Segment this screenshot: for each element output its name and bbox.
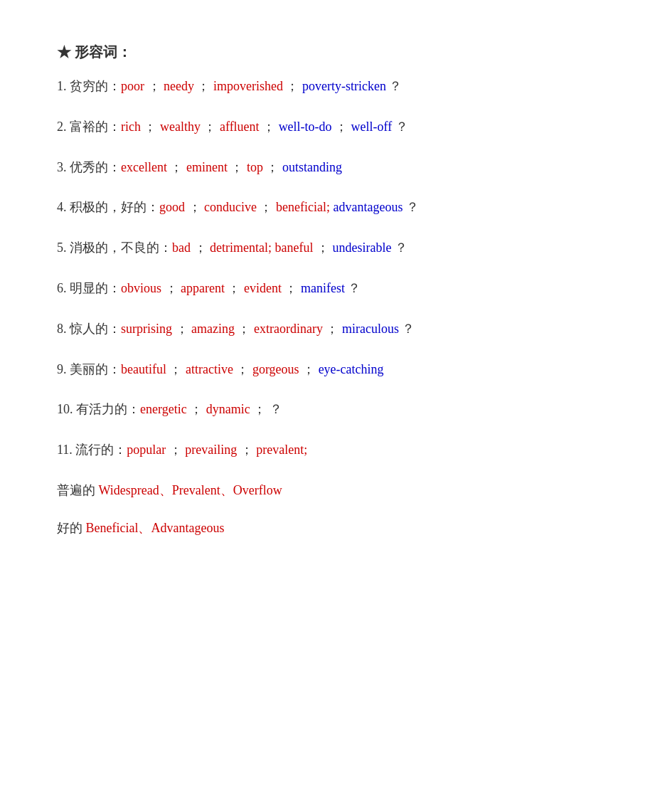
vocabulary-entry: 2. 富裕的：rich ； wealthy ； affluent ； well-…: [57, 117, 615, 137]
entry-num: 10.: [57, 402, 76, 416]
entry-word: apparent: [181, 281, 228, 295]
entry-word: detrimental;: [210, 240, 274, 255]
entry-word: manifest: [301, 281, 348, 295]
entry-zh: 消极的，不良的：: [70, 240, 172, 255]
entry-word: ；: [238, 322, 254, 336]
vocabulary-entry: 11. 流行的：popular ； prevailing ； prevalent…: [57, 440, 615, 460]
entry-word: ？: [395, 240, 407, 255]
entry-word: ；: [194, 240, 210, 255]
entry-word: needy: [164, 79, 197, 93]
entry-word: surprising: [121, 322, 176, 336]
entry-word: ；: [286, 79, 302, 93]
entry-word: ；: [316, 240, 333, 255]
entry-word: conducive: [204, 200, 260, 214]
header: ★ 形容词：: [57, 43, 615, 62]
entry-word: affluent: [220, 120, 262, 134]
entry-word: impoverished: [213, 79, 286, 93]
vocabulary-entry: 3. 优秀的：excellent ； eminent ； top ； outst…: [57, 157, 615, 178]
entry-word: ；: [253, 402, 270, 416]
entry-zh: 积极的，好的：: [70, 200, 159, 214]
entry-word: top: [247, 160, 267, 174]
entry-word: baneful: [274, 240, 316, 255]
entry-word: well-off: [351, 120, 395, 134]
entry-word: outstanding: [282, 160, 342, 174]
vocabulary-entry: 8. 惊人的：surprising ； amazing ； extraordin…: [57, 319, 615, 339]
entry-word: ；: [236, 362, 252, 376]
entry-word: ；: [326, 322, 342, 336]
entry-word: amazing: [191, 322, 238, 336]
header-star: ★: [57, 44, 75, 60]
entry-word: ；: [302, 362, 319, 376]
entry-zh: 美丽的：: [70, 362, 121, 376]
footer-en: Beneficial、Advantageous: [86, 521, 225, 535]
entry-word: ？: [348, 281, 361, 295]
entry-num: 9.: [57, 362, 70, 376]
entry-num: 11.: [57, 443, 75, 457]
entry-word: ；: [266, 160, 282, 174]
entry-word: evident: [244, 281, 284, 295]
entry-word: well-to-do: [279, 120, 335, 134]
entry-zh: 贫穷的：: [70, 79, 121, 93]
footer-entry: 普遍的 Widespread、Prevalent、Overflow: [57, 480, 615, 501]
entry-word: attractive: [186, 362, 236, 376]
vocabulary-entry: 10. 有活力的：energetic ； dynamic ； ？: [57, 399, 615, 420]
vocabulary-entry: 9. 美丽的：beautiful ； attractive ； gorgeous…: [57, 359, 615, 380]
entry-word: good: [159, 200, 188, 214]
entry-num: 6.: [57, 281, 70, 295]
entry-word: dynamic: [206, 402, 253, 416]
entry-num: 4.: [57, 200, 70, 214]
entry-word: ；: [165, 281, 181, 295]
footer-en: Widespread、Prevalent、Overflow: [99, 483, 282, 497]
entry-word: ；: [144, 120, 160, 134]
entry-word: ？: [395, 120, 408, 134]
vocabulary-entry: 6. 明显的：obvious ； apparent ； evident ； ma…: [57, 278, 615, 299]
entry-word: popular: [127, 443, 169, 457]
entry-word: ；: [240, 443, 257, 457]
entry-word: undesirable: [332, 240, 394, 255]
entry-num: 5.: [57, 240, 70, 255]
entry-zh: 明显的：: [70, 281, 121, 295]
entry-num: 3.: [57, 160, 70, 174]
footer-zh: 普遍的: [57, 483, 99, 497]
entry-word: energetic: [140, 402, 190, 416]
entry-word: ；: [197, 79, 213, 93]
entry-word: ；: [169, 443, 186, 457]
entry-word: extraordinary: [254, 322, 326, 336]
entry-word: ；: [190, 402, 206, 416]
entry-word: ；: [228, 281, 244, 295]
footer-entry: 好的 Beneficial、Advantageous: [57, 518, 615, 539]
entry-word: poverty-stricken: [302, 79, 389, 93]
entry-word: ？: [402, 322, 415, 336]
entry-num: 1.: [57, 79, 70, 93]
entry-zh: 惊人的：: [70, 322, 121, 336]
entry-word: ；: [169, 362, 186, 376]
entry-word: beautiful: [121, 362, 169, 376]
entry-zh: 流行的：: [75, 443, 127, 457]
entry-num: 2.: [57, 120, 70, 134]
entry-zh: 有活力的：: [76, 402, 140, 416]
entry-word: eye-catching: [319, 362, 384, 376]
entry-word: prevailing: [185, 443, 240, 457]
entry-word: ；: [230, 160, 247, 174]
entry-word: ？: [389, 79, 402, 93]
entry-word: ；: [188, 200, 205, 214]
footer-zh: 好的: [57, 521, 86, 535]
vocabulary-entry: 1. 贫穷的：poor ； needy ； impoverished ； pov…: [57, 76, 615, 97]
entry-word: prevalent;: [256, 443, 307, 457]
entry-word: ；: [335, 120, 351, 134]
entry-word: ；: [170, 160, 186, 174]
entry-word: advantageous: [333, 200, 405, 214]
entry-word: excellent: [121, 160, 170, 174]
vocabulary-entry: 4. 积极的，好的：good ； conducive ； beneficial;…: [57, 197, 615, 218]
entry-word: bad: [172, 240, 194, 255]
entry-word: eminent: [186, 160, 230, 174]
entry-zh: 富裕的：: [70, 120, 121, 134]
vocabulary-entry: 5. 消极的，不良的：bad ； detrimental; baneful ； …: [57, 238, 615, 258]
entry-num: 8.: [57, 322, 70, 336]
entry-word: gorgeous: [252, 362, 302, 376]
entry-word: ；: [176, 322, 192, 336]
entry-word: ；: [148, 79, 164, 93]
entry-word: poor: [121, 79, 148, 93]
entry-word: wealthy: [160, 120, 203, 134]
entry-word: ；: [262, 120, 279, 134]
